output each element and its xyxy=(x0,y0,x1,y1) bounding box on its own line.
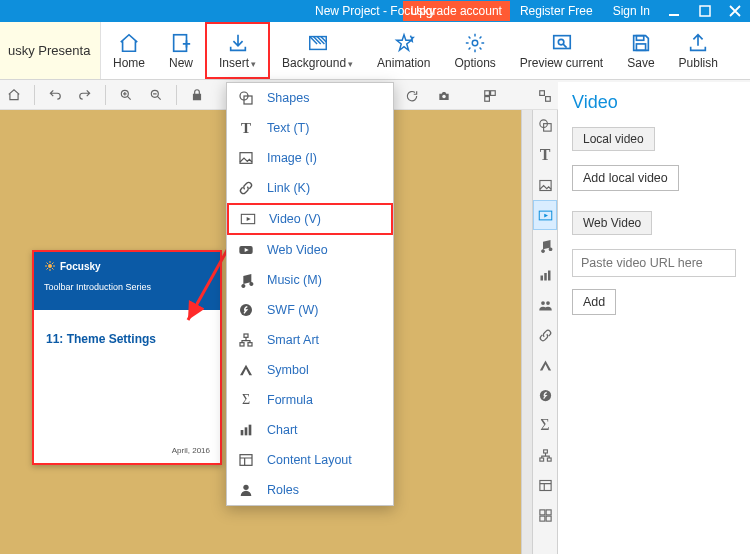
layout-button[interactable] xyxy=(481,87,499,105)
svg-rect-44 xyxy=(539,458,543,461)
animation-icon xyxy=(393,32,415,54)
home-small-icon[interactable] xyxy=(4,85,24,105)
menu-item-music[interactable]: Music (M) xyxy=(227,265,393,295)
local-video-tab[interactable]: Local video xyxy=(572,127,655,151)
svg-rect-14 xyxy=(485,96,490,101)
camera-button[interactable] xyxy=(435,87,453,105)
svg-point-15 xyxy=(48,264,52,268)
slide-date: April, 2016 xyxy=(172,446,210,455)
file-tab[interactable]: usky Presenta xyxy=(0,22,101,79)
youtube-icon xyxy=(237,241,255,259)
sunburst-icon xyxy=(44,260,56,272)
insert-button[interactable]: Insert▾ xyxy=(205,22,270,79)
video-icon xyxy=(239,210,257,228)
svg-rect-13 xyxy=(491,90,496,95)
animation-button[interactable]: Animation xyxy=(365,22,442,79)
menu-item-content-layout[interactable]: Content Layout xyxy=(227,445,393,475)
insert-dropdown-menu: Shapes TText (T) Image (I) Link (K) Vide… xyxy=(226,82,394,506)
rail-image[interactable] xyxy=(533,170,557,200)
add-local-video-button[interactable]: Add local video xyxy=(572,165,679,191)
new-button[interactable]: New xyxy=(157,22,205,79)
svg-rect-24 xyxy=(240,343,244,346)
menu-item-roles[interactable]: Roles xyxy=(227,475,393,505)
options-button[interactable]: Options xyxy=(442,22,507,79)
svg-rect-38 xyxy=(544,273,547,281)
layout-icon xyxy=(237,451,255,469)
shapes-icon xyxy=(237,89,255,107)
svg-rect-1 xyxy=(700,6,710,16)
svg-point-11 xyxy=(442,94,446,98)
rail-symbol[interactable] xyxy=(533,350,557,380)
symbol-icon xyxy=(237,361,255,379)
svg-rect-0 xyxy=(669,14,679,16)
insert-icon xyxy=(227,32,249,54)
rail-smartart[interactable] xyxy=(533,440,557,470)
rail-music[interactable] xyxy=(533,230,557,260)
close-button[interactable] xyxy=(720,0,750,22)
register-link[interactable]: Register Free xyxy=(510,1,603,21)
svg-rect-47 xyxy=(539,509,544,514)
preview-button[interactable]: Preview current xyxy=(508,22,615,79)
smartart-icon xyxy=(237,331,255,349)
svg-rect-25 xyxy=(248,343,252,346)
chart-icon xyxy=(237,421,255,439)
formula-icon: Σ xyxy=(237,391,255,409)
rail-layout[interactable] xyxy=(533,470,557,500)
link-icon xyxy=(237,179,255,197)
text-icon: T xyxy=(237,119,255,137)
rail-text[interactable]: T xyxy=(533,140,557,170)
rail-formula[interactable]: Σ xyxy=(533,410,557,440)
video-panel: Video Local video Add local video Web Vi… xyxy=(558,82,750,554)
save-button[interactable]: Save xyxy=(615,22,666,79)
refresh-button[interactable] xyxy=(403,87,421,105)
rail-link[interactable] xyxy=(533,320,557,350)
menu-item-shapes[interactable]: Shapes xyxy=(227,83,393,113)
svg-rect-28 xyxy=(249,425,252,436)
signin-link[interactable]: Sign In xyxy=(603,1,660,21)
rail-more[interactable] xyxy=(533,500,557,530)
maximize-button[interactable] xyxy=(690,0,720,22)
zoom-out-button[interactable] xyxy=(146,85,166,105)
redo-button[interactable] xyxy=(75,85,95,105)
options-icon xyxy=(464,32,486,54)
menu-item-video[interactable]: Video (V) xyxy=(227,203,393,235)
svg-rect-37 xyxy=(540,275,543,280)
svg-rect-5 xyxy=(553,35,570,48)
menu-item-smart-art[interactable]: Smart Art xyxy=(227,325,393,355)
rail-video[interactable] xyxy=(533,200,557,230)
video-url-input[interactable] xyxy=(572,249,736,277)
minimize-button[interactable] xyxy=(660,0,690,22)
web-video-tab[interactable]: Web Video xyxy=(572,211,652,235)
new-icon xyxy=(170,32,192,54)
menu-item-symbol[interactable]: Symbol xyxy=(227,355,393,385)
menu-item-image[interactable]: Image (I) xyxy=(227,143,393,173)
svg-rect-31 xyxy=(540,90,545,95)
background-button[interactable]: Background▾ xyxy=(270,22,365,79)
add-web-video-button[interactable]: Add xyxy=(572,289,616,315)
svg-rect-32 xyxy=(546,96,551,101)
svg-rect-49 xyxy=(539,516,544,521)
menu-item-web-video[interactable]: Web Video xyxy=(227,235,393,265)
rail-shapes[interactable] xyxy=(533,110,557,140)
svg-rect-12 xyxy=(485,90,490,95)
zoom-in-button[interactable] xyxy=(116,85,136,105)
publish-button[interactable]: Publish xyxy=(667,22,730,79)
rail-swf[interactable] xyxy=(533,380,557,410)
rail-top-tool[interactable] xyxy=(532,82,558,110)
svg-line-16 xyxy=(188,245,230,320)
menu-item-swf[interactable]: SWF (W) xyxy=(227,295,393,325)
menu-item-text[interactable]: TText (T) xyxy=(227,113,393,143)
rail-roles[interactable] xyxy=(533,290,557,320)
home-button[interactable]: Home xyxy=(101,22,157,79)
menu-item-formula[interactable]: ΣFormula xyxy=(227,385,393,415)
menu-item-link[interactable]: Link (K) xyxy=(227,173,393,203)
svg-rect-50 xyxy=(546,516,551,521)
home-icon xyxy=(118,32,140,54)
menu-item-chart[interactable]: Chart xyxy=(227,415,393,445)
rail-chart[interactable] xyxy=(533,260,557,290)
svg-rect-46 xyxy=(539,480,550,490)
lock-button[interactable] xyxy=(187,85,207,105)
undo-button[interactable] xyxy=(45,85,65,105)
window-title: New Project - Focusky xyxy=(315,4,435,18)
publish-icon xyxy=(687,32,709,54)
